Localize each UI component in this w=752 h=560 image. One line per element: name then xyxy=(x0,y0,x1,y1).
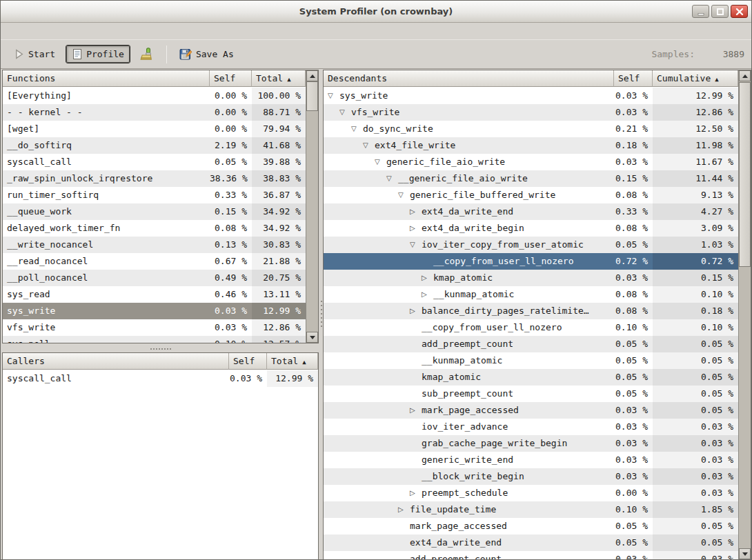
sort-ascending-icon: ▲ xyxy=(715,76,718,83)
expander-icon[interactable]: ▷ xyxy=(398,501,410,518)
expander-icon[interactable]: ▷ xyxy=(410,220,422,237)
table-row[interactable]: delayed_work_timer_fn 0.08 % 34.92 % xyxy=(3,220,306,237)
tree-row[interactable]: __block_write_begin 0.03 % 0.03 % xyxy=(324,468,738,485)
toolbar-separator xyxy=(166,46,167,63)
expander-icon[interactable]: ▽ xyxy=(339,104,351,121)
table-row[interactable]: [Everything] 0.00 % 100.00 % xyxy=(3,88,306,104)
expander-icon[interactable]: ▷ xyxy=(422,270,433,286)
table-row[interactable]: __poll_nocancel 0.49 % 20.75 % xyxy=(3,270,306,286)
descendants-column-header[interactable]: Descendants xyxy=(324,70,614,87)
tree-row[interactable]: ▽ iov_iter_copy_from_user_atomic 0.05 % … xyxy=(324,237,738,253)
tree-row[interactable]: add_preempt_count 0.03 % 0.03 % xyxy=(324,551,738,559)
scroll-up-button[interactable] xyxy=(739,70,751,81)
tree-row[interactable]: __copy_from_user_ll_nozero 0.10 % 0.10 % xyxy=(324,319,738,336)
maximize-button[interactable] xyxy=(711,5,729,18)
total-column-header-sorted[interactable]: Total▲ xyxy=(252,70,306,87)
tree-row[interactable]: ▷ file_update_time 0.10 % 1.85 % xyxy=(324,501,738,518)
menu-item[interactable] xyxy=(34,23,49,39)
cumulative-column-header-sorted[interactable]: Cumulative▲ xyxy=(653,70,738,87)
function-name: __do_softirq xyxy=(3,137,210,154)
tree-row[interactable]: ▽ do_sync_write 0.21 % 12.50 % xyxy=(324,121,738,137)
tree-row[interactable]: ▷ mark_page_accessed 0.03 % 0.05 % xyxy=(324,402,738,419)
expander-icon[interactable]: ▽ xyxy=(398,187,410,203)
expander-icon[interactable]: ▷ xyxy=(410,402,422,419)
table-row[interactable]: sys_read 0.46 % 13.11 % xyxy=(3,286,306,303)
tree-row[interactable]: grab_cache_page_write_begin 0.03 % 0.03 … xyxy=(324,435,738,452)
titlebar[interactable]: System Profiler (on crownbay) xyxy=(1,1,751,23)
tree-row[interactable]: ▷ ext4_da_write_end 0.33 % 4.27 % xyxy=(324,203,738,220)
scrollbar-thumb[interactable] xyxy=(739,82,751,267)
table-row[interactable]: run_timer_softirq 0.33 % 36.87 % xyxy=(3,187,306,203)
expander-icon[interactable]: ▽ xyxy=(410,237,422,253)
tree-row[interactable]: generic_write_end 0.03 % 0.03 % xyxy=(324,452,738,468)
table-row[interactable]: __write_nocancel 0.13 % 30.83 % xyxy=(3,237,306,253)
descendants-scrollbar[interactable] xyxy=(738,70,751,559)
table-row[interactable]: sys_poll 0.10 % 12.57 % xyxy=(3,336,306,343)
menu-item[interactable] xyxy=(19,23,34,39)
table-row[interactable]: vfs_write 0.03 % 12.86 % xyxy=(3,319,306,336)
horizontal-pane-splitter[interactable] xyxy=(2,343,319,352)
table-row[interactable]: - - kernel - - 0.00 % 88.71 % xyxy=(3,104,306,121)
self-percent: 0.18 % xyxy=(614,137,653,154)
tree-row[interactable]: ▽ ext4_file_write 0.18 % 11.98 % xyxy=(324,137,738,154)
tree-row[interactable]: sub_preempt_count 0.05 % 0.05 % xyxy=(324,386,738,402)
expander-icon[interactable]: ▽ xyxy=(386,170,398,187)
tree-row[interactable]: ▽ generic_file_buffered_write 0.08 % 9.1… xyxy=(324,187,738,203)
tree-row[interactable]: ▷ __kunmap_atomic 0.08 % 0.10 % xyxy=(324,286,738,303)
save-floppy-icon xyxy=(179,48,192,61)
tree-row[interactable]: ext4_da_write_end 0.05 % 0.05 % xyxy=(324,534,738,551)
tree-row[interactable]: ▽ vfs_write 0.03 % 12.86 % xyxy=(324,104,738,121)
table-row[interactable]: sys_write 0.03 % 12.99 % xyxy=(3,303,306,319)
callers-column-header[interactable]: Callers xyxy=(3,353,229,370)
tree-row[interactable]: ▷ balance_dirty_pages_ratelimite… 0.08 %… xyxy=(324,303,738,319)
tree-row[interactable]: ▽ __generic_file_aio_write 0.15 % 11.44 … xyxy=(324,170,738,187)
minimize-button[interactable] xyxy=(692,5,709,18)
table-row[interactable]: __do_softirq 2.19 % 41.68 % xyxy=(3,137,306,154)
self-percent: 0.08 % xyxy=(614,286,653,303)
tree-row[interactable]: ▷ ext4_da_write_begin 0.08 % 3.09 % xyxy=(324,220,738,237)
tree-row[interactable]: iov_iter_advance 0.03 % 0.03 % xyxy=(324,419,738,435)
profile-toggle-button[interactable]: Profile xyxy=(66,46,130,63)
scroll-down-button[interactable] xyxy=(739,548,751,559)
table-row[interactable]: syscall_call 0.03 % 12.99 % xyxy=(3,370,318,387)
expander-icon[interactable]: ▽ xyxy=(363,137,375,154)
tree-row[interactable]: __copy_from_user_ll_nozero 0.72 % 0.72 % xyxy=(324,253,738,270)
table-row[interactable]: syscall_call 0.05 % 39.88 % xyxy=(3,154,306,170)
tree-row[interactable]: mark_page_accessed 0.05 % 0.05 % xyxy=(324,518,738,534)
tree-row[interactable]: kmap_atomic 0.05 % 0.05 % xyxy=(324,369,738,386)
menu-item[interactable] xyxy=(3,23,19,39)
expander-icon[interactable]: ▷ xyxy=(410,303,422,319)
expander-icon[interactable]: ▽ xyxy=(351,121,363,137)
table-row[interactable]: __queue_work 0.15 % 34.92 % xyxy=(3,203,306,220)
table-row[interactable]: __read_nocancel 0.67 % 21.88 % xyxy=(3,253,306,270)
functions-column-header[interactable]: Functions xyxy=(3,70,210,87)
profile-document-icon xyxy=(72,48,83,60)
start-button[interactable]: Start xyxy=(8,46,61,63)
function-name: __kunmap_atomic xyxy=(433,286,514,303)
scroll-up-button[interactable] xyxy=(306,70,318,81)
functions-scrollbar[interactable] xyxy=(306,70,318,343)
table-row[interactable]: _raw_spin_unlock_irqrestore 38.36 % 38.8… xyxy=(3,170,306,187)
reset-button[interactable] xyxy=(134,45,158,63)
table-row[interactable]: [wget] 0.00 % 79.94 % xyxy=(3,121,306,137)
total-percent: 100.00 % xyxy=(252,88,306,104)
expander-icon[interactable]: ▷ xyxy=(422,286,433,303)
self-column-header[interactable]: Self xyxy=(229,353,267,370)
close-button[interactable] xyxy=(731,5,748,18)
tree-row[interactable]: add_preempt_count 0.05 % 0.05 % xyxy=(324,336,738,352)
self-column-header[interactable]: Self xyxy=(614,70,653,87)
scrollbar-thumb[interactable] xyxy=(306,81,318,111)
tree-row[interactable]: ▷ preempt_schedule 0.00 % 0.03 % xyxy=(324,485,738,501)
expander-icon[interactable]: ▽ xyxy=(328,88,339,104)
total-column-header-sorted[interactable]: Total▲ xyxy=(267,353,318,370)
self-column-header[interactable]: Self xyxy=(210,70,252,87)
tree-row[interactable]: ▽ generic_file_aio_write 0.03 % 11.67 % xyxy=(324,154,738,170)
save-as-button[interactable]: Save As xyxy=(174,45,239,63)
tree-row[interactable]: __kunmap_atomic 0.05 % 0.05 % xyxy=(324,352,738,369)
expander-icon[interactable]: ▷ xyxy=(410,203,422,220)
expander-icon[interactable]: ▷ xyxy=(410,485,422,501)
scroll-down-button[interactable] xyxy=(306,332,318,343)
tree-row[interactable]: ▽ sys_write 0.03 % 12.99 % xyxy=(324,88,738,104)
tree-row[interactable]: ▷ kmap_atomic 0.03 % 0.15 % xyxy=(324,270,738,286)
expander-icon[interactable]: ▽ xyxy=(375,154,386,170)
